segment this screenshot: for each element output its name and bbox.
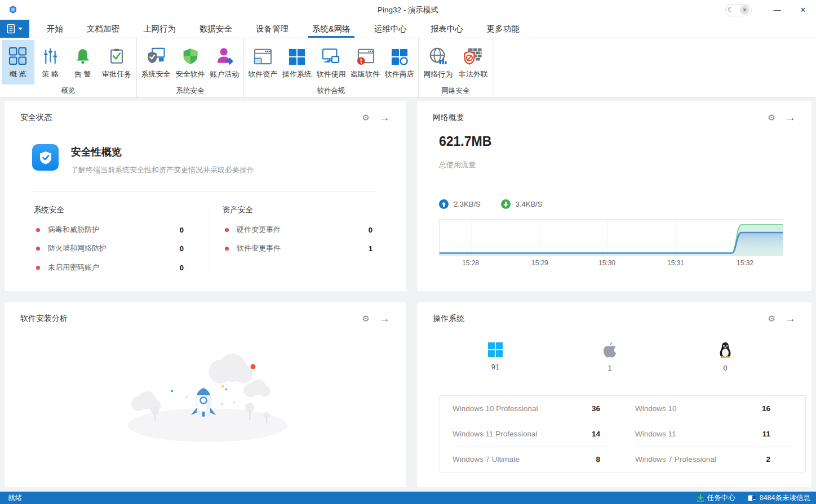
network-summary-card: 网络概要 ⚙ → 621.7MB 总使用流量 2.3KB/S 3.4KB/S	[417, 101, 811, 291]
red-dot-icon	[36, 266, 40, 270]
red-dot-icon	[225, 247, 229, 251]
upload-arrow-icon	[439, 199, 449, 209]
table-row: Windows 10 16	[635, 396, 793, 421]
security-list-item: 软件变更事件 1	[225, 243, 372, 253]
chevron-down-icon	[18, 27, 23, 30]
system-security-column-title: 系统安全	[34, 205, 64, 215]
document-menu-icon	[7, 24, 16, 34]
ribbon-button-policy[interactable]: 策 略	[34, 40, 67, 84]
message-envelope-icon	[748, 495, 756, 501]
tab-more-features[interactable]: 更多功能	[475, 20, 531, 38]
ribbon-group-system-security: 系统安全 安全软件 账户活动 系统安全	[137, 38, 244, 97]
task-center-label[interactable]: 任务中心	[707, 493, 735, 503]
settings-gear-icon[interactable]: ⚙	[362, 314, 370, 324]
tab-data-security[interactable]: 数据安全	[188, 20, 244, 38]
illegal-connection-shield-icon	[464, 45, 482, 65]
red-dot-icon	[36, 247, 40, 251]
goto-arrow-icon[interactable]: →	[379, 313, 390, 325]
ribbon-button-security-software[interactable]: 安全软件	[173, 40, 207, 84]
table-row: Windows 10 Professional 36	[453, 396, 610, 421]
linux-tux-icon	[718, 342, 733, 359]
ribbon-button-alerts[interactable]: 告 警	[66, 40, 99, 84]
rocket-icon	[191, 388, 216, 417]
ribbon-button-label: 审批任务	[102, 69, 131, 79]
x-tick-label: 15:28	[462, 259, 479, 267]
asset-security-column-title: 资产安全	[223, 205, 253, 215]
os-version-table: Windows 10 Professional 36 Windows 11 Pr…	[440, 395, 806, 472]
software-install-analysis-card: 软件安装分析 ⚙ →	[5, 302, 406, 487]
ribbon-button-operating-system[interactable]: 操作系统	[280, 40, 314, 84]
app-logo-icon	[8, 5, 17, 16]
ribbon-button-software-store[interactable]: 软件商店	[382, 40, 416, 84]
os-count: 8	[596, 455, 610, 463]
tab-web-behavior[interactable]: 上网行为	[131, 20, 188, 38]
ribbon-button-approval-tasks[interactable]: 审批任务	[99, 40, 135, 84]
status-ready-text: 就绪	[0, 493, 22, 503]
apple-platform-stat: 1	[576, 342, 644, 372]
title-bar: Ping32 - 演示模式 ☾ ☀ — ✕	[0, 0, 816, 20]
tab-device-management[interactable]: 设备管理	[244, 20, 300, 38]
task-center-button[interactable]: 任务中心	[697, 493, 735, 503]
moon-icon[interactable]: ☾	[728, 6, 733, 14]
security-item-value: 1	[369, 244, 372, 253]
policy-sliders-icon	[42, 45, 59, 65]
security-item-label: 未启用密码账户	[48, 262, 99, 273]
unread-messages-label[interactable]: 8484条未读信息	[760, 493, 810, 503]
security-list-item: 防火墙和网络防护 0	[36, 243, 184, 253]
goto-arrow-icon[interactable]: →	[785, 313, 796, 325]
alert-bell-icon	[74, 45, 91, 65]
goto-arrow-icon[interactable]: →	[379, 111, 390, 124]
os-count: 36	[592, 404, 610, 413]
x-tick-label: 15:30	[598, 259, 615, 267]
settings-gear-icon[interactable]: ⚙	[768, 113, 775, 123]
tab-system-network[interactable]: 系统&网络	[300, 20, 362, 38]
tab-document-encryption[interactable]: 文档加密	[75, 20, 131, 38]
ribbon-button-software-assets[interactable]: 软件资产	[246, 40, 280, 84]
tab-report-center[interactable]: 报表中心	[419, 20, 475, 38]
close-button[interactable]: ✕	[790, 0, 816, 20]
table-row: Windows 11 11	[635, 421, 793, 447]
sun-icon[interactable]: ☀	[740, 5, 750, 15]
app-menu-button[interactable]	[0, 20, 29, 38]
table-row: Windows 7 Professional 2	[635, 447, 793, 472]
card-title: 软件安装分析	[20, 314, 68, 324]
ribbon-button-label: 安全软件	[176, 69, 205, 79]
os-table-right-column: Windows 10 16 Windows 11 11 Windows 7 Pr…	[623, 396, 805, 472]
system-security-shield-icon	[147, 45, 166, 65]
theme-toggle[interactable]: ☾ ☀	[725, 4, 752, 16]
divider	[32, 191, 378, 191]
software-store-tiles-icon	[391, 45, 408, 65]
ribbon-button-software-usage[interactable]: 软件使用	[314, 40, 348, 84]
ribbon-button-network-behavior[interactable]: 网络行为	[420, 40, 456, 84]
goto-arrow-icon[interactable]: →	[785, 111, 796, 124]
ribbon-button-label: 盗版软件	[351, 69, 380, 79]
tab-ops-center[interactable]: 运维中心	[362, 20, 419, 38]
settings-gear-icon[interactable]: ⚙	[362, 113, 370, 123]
ribbon-button-overview[interactable]: 概 览	[2, 40, 34, 84]
minimize-button[interactable]: —	[764, 0, 790, 20]
ribbon-button-account-activity[interactable]: 账户活动	[207, 40, 242, 84]
software-asset-window-icon	[254, 45, 272, 65]
dashboard-content: 安全状态 ⚙ → 安全性概览 了解终端当前系统安全性和资产变更情况并采取必要操作…	[0, 97, 816, 492]
tab-start[interactable]: 开始	[35, 20, 75, 38]
os-name: Windows 11 Professional	[453, 430, 538, 438]
card-title: 安全状态	[20, 113, 52, 123]
security-item-value: 0	[180, 264, 184, 272]
os-count: 16	[762, 404, 793, 413]
os-windows-icon	[289, 45, 305, 65]
security-list-item: 硬件变更事件 0	[225, 225, 372, 235]
ribbon-button-label: 系统安全	[141, 69, 171, 79]
ribbon-button-illegal-connection[interactable]: 非法外联	[456, 40, 491, 84]
os-count: 11	[762, 430, 793, 438]
download-task-icon	[697, 494, 704, 502]
settings-gear-icon[interactable]: ⚙	[768, 314, 775, 324]
security-item-label: 软件变更事件	[237, 243, 281, 253]
operating-system-card: 操作系统 ⚙ → 91 1 0 Windows 10 Professional …	[417, 302, 811, 487]
os-name: Windows 11	[635, 430, 676, 438]
ribbon-button-pirated-software[interactable]: 盗版软件	[348, 40, 383, 84]
ribbon-button-label: 告 警	[74, 69, 91, 79]
linux-count: 0	[723, 364, 727, 372]
unread-messages-button[interactable]: 8484条未读信息	[748, 493, 810, 503]
ribbon-button-system-security[interactable]: 系统安全	[139, 40, 173, 84]
account-activity-user-icon	[216, 45, 234, 65]
